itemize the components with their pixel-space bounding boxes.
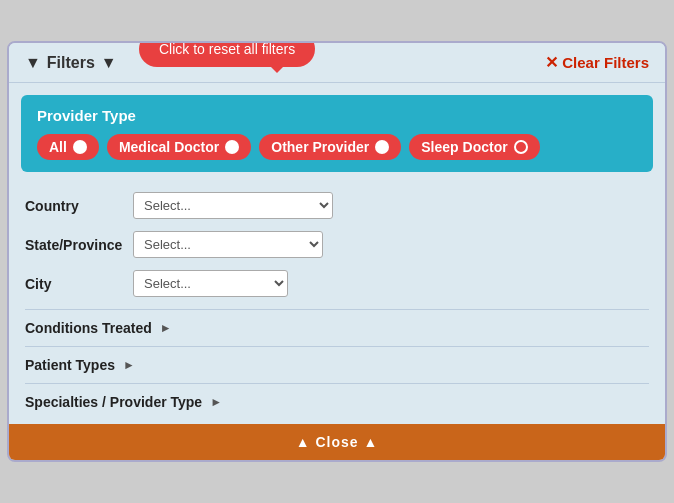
city-filter-row: City Select... bbox=[25, 270, 649, 297]
radio-label-other-provider: Other Provider bbox=[271, 139, 369, 155]
conditions-treated-row[interactable]: Conditions Treated ► bbox=[25, 309, 649, 346]
patient-types-arrow: ► bbox=[123, 358, 135, 372]
clear-filters-label: Clear Filters bbox=[562, 54, 649, 71]
country-label: Country bbox=[25, 198, 125, 214]
radio-option-other-provider[interactable]: Other Provider bbox=[259, 134, 401, 160]
tooltip-bubble: Click to reset all filters bbox=[139, 41, 315, 67]
clear-filters-x-icon: ✕ bbox=[545, 53, 558, 72]
panel-header: Click to reset all filters ▼ Filters ▼ ✕… bbox=[9, 43, 665, 83]
country-filter-row: Country Select... bbox=[25, 192, 649, 219]
state-filter-row: State/Province Select... bbox=[25, 231, 649, 258]
filter-icon: ▼ bbox=[25, 54, 41, 72]
filters-label: ▼ Filters ▼ bbox=[25, 54, 117, 72]
city-select[interactable]: Select... bbox=[133, 270, 288, 297]
specialties-arrow: ► bbox=[210, 395, 222, 409]
provider-type-title: Provider Type bbox=[37, 107, 637, 124]
radio-dot-all bbox=[73, 140, 87, 154]
tooltip-text: Click to reset all filters bbox=[159, 41, 295, 57]
close-footer[interactable]: ▲ Close ▲ bbox=[9, 424, 665, 460]
filter-panel: Click to reset all filters ▼ Filters ▼ ✕… bbox=[7, 41, 667, 462]
country-select[interactable]: Select... bbox=[133, 192, 333, 219]
patient-types-row[interactable]: Patient Types ► bbox=[25, 346, 649, 383]
clear-filters-button[interactable]: ✕ Clear Filters bbox=[545, 53, 649, 72]
radio-dot-medical-doctor bbox=[225, 140, 239, 154]
city-label: City bbox=[25, 276, 125, 292]
filters-content: Country Select... State/Province Select.… bbox=[9, 184, 665, 424]
radio-label-sleep-doctor: Sleep Doctor bbox=[421, 139, 507, 155]
radio-dot-other-provider bbox=[375, 140, 389, 154]
close-label: ▲ Close ▲ bbox=[296, 434, 379, 450]
radio-option-all[interactable]: All bbox=[37, 134, 99, 160]
radio-label-medical-doctor: Medical Doctor bbox=[119, 139, 219, 155]
filters-dropdown-arrow: ▼ bbox=[101, 54, 117, 72]
conditions-treated-label: Conditions Treated bbox=[25, 320, 152, 336]
radio-option-medical-doctor[interactable]: Medical Doctor bbox=[107, 134, 251, 160]
filters-title: Filters bbox=[47, 54, 95, 72]
provider-type-section: Provider Type All Medical Doctor Other P… bbox=[21, 95, 653, 172]
specialties-row[interactable]: Specialties / Provider Type ► bbox=[25, 383, 649, 420]
radio-dot-sleep-doctor bbox=[514, 140, 528, 154]
state-label: State/Province bbox=[25, 237, 125, 253]
state-select[interactable]: Select... bbox=[133, 231, 323, 258]
radio-label-all: All bbox=[49, 139, 67, 155]
patient-types-label: Patient Types bbox=[25, 357, 115, 373]
specialties-label: Specialties / Provider Type bbox=[25, 394, 202, 410]
radio-option-sleep-doctor[interactable]: Sleep Doctor bbox=[409, 134, 539, 160]
conditions-treated-arrow: ► bbox=[160, 321, 172, 335]
provider-type-radio-group: All Medical Doctor Other Provider Sleep … bbox=[37, 134, 637, 160]
